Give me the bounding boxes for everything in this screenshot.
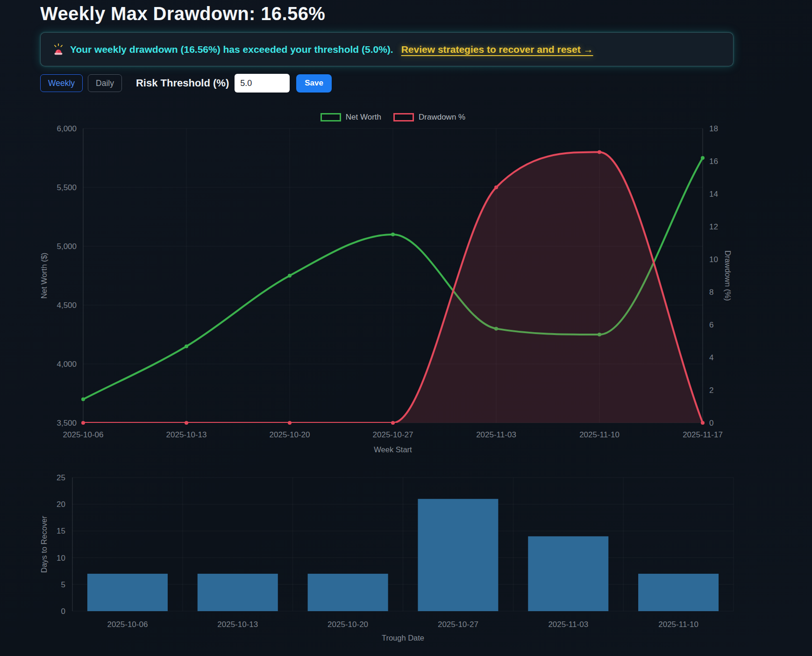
svg-text:2: 2: [709, 386, 713, 395]
risk-threshold-label: Risk Threshold (%): [136, 77, 229, 89]
svg-text:Days to Recover: Days to Recover: [40, 516, 48, 573]
alert-message: Your weekly drawdown (16.56%) has exceed…: [70, 44, 393, 55]
networth-drawdown-chart[interactable]: 6,0005,5005,0004,5004,0003,5001816141210…: [0, 103, 812, 463]
bar-2025-10-20: [308, 574, 388, 611]
risk-threshold-input[interactable]: [235, 74, 290, 93]
svg-text:2025-10-13: 2025-10-13: [217, 620, 258, 629]
svg-text:14: 14: [709, 190, 718, 199]
svg-text:2025-11-03: 2025-11-03: [548, 620, 588, 629]
svg-text:16: 16: [709, 157, 718, 166]
svg-text:2025-11-03: 2025-11-03: [476, 430, 516, 439]
svg-text:5,500: 5,500: [57, 183, 77, 192]
svg-text:2025-10-27: 2025-10-27: [438, 620, 478, 629]
svg-text:2025-10-20: 2025-10-20: [328, 620, 368, 629]
weekly-toggle-button[interactable]: Weekly: [40, 74, 83, 92]
rotating-light-icon: [53, 43, 64, 56]
svg-text:20: 20: [57, 500, 65, 509]
bar-2025-10-27: [418, 499, 498, 611]
svg-text:18: 18: [709, 124, 718, 133]
svg-text:5,000: 5,000: [57, 242, 77, 251]
svg-text:4,000: 4,000: [57, 360, 77, 369]
svg-text:0: 0: [61, 607, 65, 616]
svg-text:10: 10: [709, 255, 718, 264]
days-to-recover-chart[interactable]: 25201510502025-10-062025-10-132025-10-20…: [0, 463, 812, 656]
controls-row: Weekly Daily Risk Threshold (%) Save: [40, 74, 332, 93]
bar-2025-10-13: [198, 574, 278, 611]
drawdown-dashboard: Weekly Max Drawdown: 16.56% Your weekly …: [0, 0, 812, 656]
svg-text:4,500: 4,500: [57, 301, 77, 310]
svg-text:0: 0: [709, 419, 713, 428]
page-title: Weekly Max Drawdown: 16.56%: [40, 0, 325, 27]
svg-text:4: 4: [709, 353, 713, 362]
gridlines: [72, 478, 734, 611]
svg-text:2025-10-06: 2025-10-06: [63, 430, 104, 439]
svg-text:2025-10-06: 2025-10-06: [107, 620, 148, 629]
svg-text:Drawdown (%): Drawdown (%): [724, 250, 732, 301]
svg-text:2025-11-10: 2025-11-10: [579, 430, 620, 439]
review-strategies-link[interactable]: Review strategies to recover and reset →: [401, 44, 593, 55]
bar-2025-11-03: [528, 536, 608, 611]
svg-text:12: 12: [709, 222, 718, 231]
daily-toggle-button[interactable]: Daily: [88, 74, 122, 92]
svg-text:8: 8: [709, 288, 713, 297]
svg-text:2025-10-27: 2025-10-27: [373, 430, 413, 439]
svg-text:2025-11-17: 2025-11-17: [683, 430, 723, 439]
save-button[interactable]: Save: [296, 74, 332, 93]
svg-text:2025-10-20: 2025-10-20: [270, 430, 310, 439]
svg-text:Net Worth ($): Net Worth ($): [40, 253, 48, 299]
bar-2025-10-06: [87, 574, 168, 611]
bar-2025-11-10: [638, 574, 719, 611]
svg-text:2025-10-13: 2025-10-13: [166, 430, 207, 439]
svg-text:2025-11-10: 2025-11-10: [658, 620, 698, 629]
svg-text:3,500: 3,500: [57, 419, 77, 428]
drawdown-alert-banner: Your weekly drawdown (16.56%) has exceed…: [40, 32, 734, 66]
svg-text:6: 6: [709, 321, 713, 329]
svg-text:25: 25: [57, 473, 65, 482]
svg-text:6,000: 6,000: [57, 124, 77, 133]
svg-text:15: 15: [57, 527, 65, 535]
svg-text:Trough Date: Trough Date: [382, 634, 424, 642]
svg-text:5: 5: [61, 580, 65, 589]
svg-text:Week Start: Week Start: [374, 445, 412, 454]
svg-text:10: 10: [57, 554, 65, 563]
